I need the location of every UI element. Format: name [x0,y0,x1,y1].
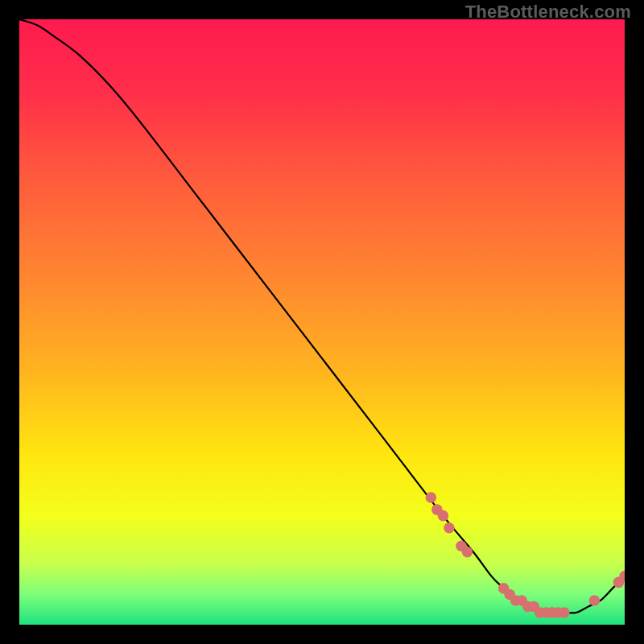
bottleneck-curve [19,19,625,613]
curve-markers [426,492,625,617]
curve-layer [19,19,625,625]
curve-marker [462,547,473,558]
curve-marker [426,492,437,503]
curve-marker [444,522,455,534]
curve-marker [559,607,570,618]
curve-marker [589,595,601,606]
curve-marker [438,510,449,522]
chart-stage: TheBottleneck.com [0,0,644,644]
plot-area [19,19,625,625]
watermark-text: TheBottleneck.com [465,2,631,23]
